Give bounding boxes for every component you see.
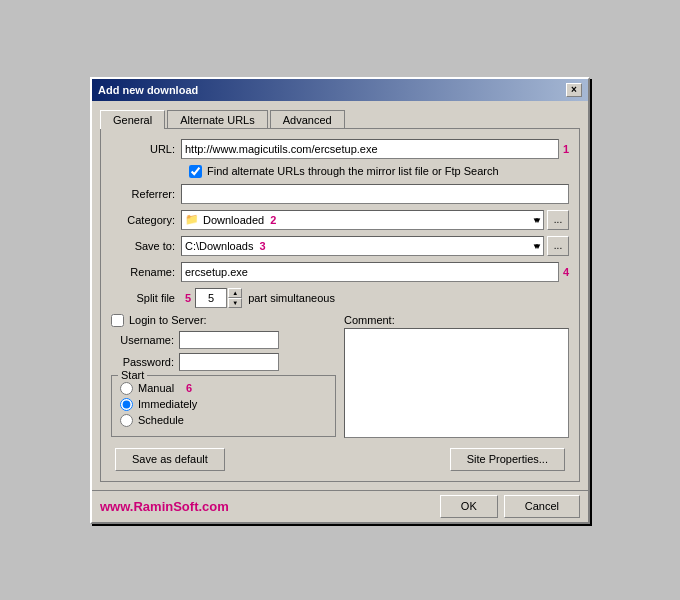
radio-immediately[interactable]	[120, 398, 133, 411]
tab-bar: General Alternate URLs Advanced	[100, 109, 580, 128]
category-badge: 2	[270, 214, 276, 226]
saveto-value: C:\Downloads	[185, 240, 253, 252]
split-row: Split file 5 ▲ ▼ part simultaneous	[111, 288, 569, 308]
split-badge: 5	[185, 292, 191, 304]
spinner-buttons: ▲ ▼	[228, 288, 242, 308]
radio-manual-label: Manual	[138, 382, 174, 394]
spinner-container: ▲ ▼	[195, 288, 242, 308]
username-label: Username:	[117, 334, 179, 346]
category-folder-icon: 📁	[185, 213, 199, 226]
saveto-label: Save to:	[111, 240, 181, 252]
mirror-label: Find alternate URLs through the mirror l…	[207, 165, 499, 177]
add-download-dialog: Add new download × General Alternate URL…	[90, 77, 590, 524]
login-fields: Username: Password:	[111, 331, 336, 371]
footer-buttons: OK Cancel	[440, 495, 580, 518]
login-label: Login to Server:	[129, 314, 207, 326]
password-input[interactable]	[179, 353, 279, 371]
category-select-wrapper: 📁 Downloaded 2 ▼	[181, 210, 544, 230]
url-row: URL: 1	[111, 139, 569, 159]
tab-general[interactable]: General	[100, 110, 165, 129]
radio-manual[interactable]	[120, 382, 133, 395]
login-checkbox-row: Login to Server:	[111, 314, 336, 327]
referrer-row: Referrer:	[111, 184, 569, 204]
site-properties-button[interactable]: Site Properties...	[450, 448, 565, 471]
rename-row: Rename: 4	[111, 262, 569, 282]
left-column: Login to Server: Username: Password:	[111, 314, 336, 440]
bottom-section: Login to Server: Username: Password:	[111, 314, 569, 440]
mirror-checkbox[interactable]	[189, 165, 202, 178]
url-badge: 1	[563, 143, 569, 155]
save-default-button[interactable]: Save as default	[115, 448, 225, 471]
rename-input[interactable]	[181, 262, 559, 282]
saveto-browse-btn[interactable]: ...	[547, 236, 569, 256]
referrer-label: Referrer:	[111, 188, 181, 200]
mirror-checkbox-row: Find alternate URLs through the mirror l…	[111, 165, 569, 178]
saveto-badge: 3	[259, 240, 265, 252]
dialog-content: General Alternate URLs Advanced URL: 1 F…	[92, 101, 588, 490]
rename-badge: 4	[563, 266, 569, 278]
close-button[interactable]: ×	[566, 83, 582, 97]
username-input[interactable]	[179, 331, 279, 349]
ok-button[interactable]: OK	[440, 495, 498, 518]
url-label: URL:	[111, 143, 181, 155]
footer-bar: www.RaminSoft.com OK Cancel	[92, 490, 588, 522]
saveto-row: Save to: C:\Downloads 3 ▼ ...	[111, 236, 569, 256]
rename-label: Rename:	[111, 266, 181, 278]
url-input[interactable]	[181, 139, 559, 159]
spinner-down-btn[interactable]: ▼	[228, 298, 242, 308]
start-group: Start Manual 6 Immediately	[111, 375, 336, 437]
login-checkbox[interactable]	[111, 314, 124, 327]
tab-alternate-urls[interactable]: Alternate URLs	[167, 110, 268, 129]
split-label: Split file	[111, 292, 181, 304]
category-display[interactable]: 📁 Downloaded 2	[181, 210, 544, 230]
radio-schedule-label: Schedule	[138, 414, 184, 426]
saveto-select-wrapper: C:\Downloads 3 ▼	[181, 236, 544, 256]
referrer-input[interactable]	[181, 184, 569, 204]
split-input[interactable]	[195, 288, 227, 308]
start-label: Start	[121, 369, 144, 381]
radio-manual-row: Manual 6	[120, 382, 327, 395]
tab-panel-general: URL: 1 Find alternate URLs through the m…	[100, 128, 580, 482]
comment-textarea[interactable]	[344, 328, 569, 438]
tab-advanced[interactable]: Advanced	[270, 110, 345, 129]
spinner-up-btn[interactable]: ▲	[228, 288, 242, 298]
category-label: Category:	[111, 214, 181, 226]
action-btn-row: Save as default Site Properties...	[111, 448, 569, 471]
saveto-display[interactable]: C:\Downloads 3	[181, 236, 544, 256]
comment-label: Comment:	[344, 314, 569, 326]
radio-immediately-label: Immediately	[138, 398, 197, 410]
password-label: Password:	[117, 356, 179, 368]
footer-url: www.RaminSoft.com	[100, 499, 229, 514]
category-row: Category: 📁 Downloaded 2 ▼ ...	[111, 210, 569, 230]
category-value: Downloaded	[203, 214, 264, 226]
start-group-legend: Start	[118, 369, 147, 381]
username-row: Username:	[117, 331, 336, 349]
radio-immediately-row: Immediately	[120, 398, 327, 411]
start-badge: 6	[186, 382, 192, 394]
radio-schedule[interactable]	[120, 414, 133, 427]
cancel-button[interactable]: Cancel	[504, 495, 580, 518]
category-browse-btn[interactable]: ...	[547, 210, 569, 230]
dialog-title: Add new download	[98, 84, 198, 96]
right-column: Comment:	[344, 314, 569, 440]
radio-schedule-row: Schedule	[120, 414, 327, 427]
password-row: Password:	[117, 353, 336, 371]
title-bar: Add new download ×	[92, 79, 588, 101]
split-suffix: part simultaneous	[248, 292, 335, 304]
